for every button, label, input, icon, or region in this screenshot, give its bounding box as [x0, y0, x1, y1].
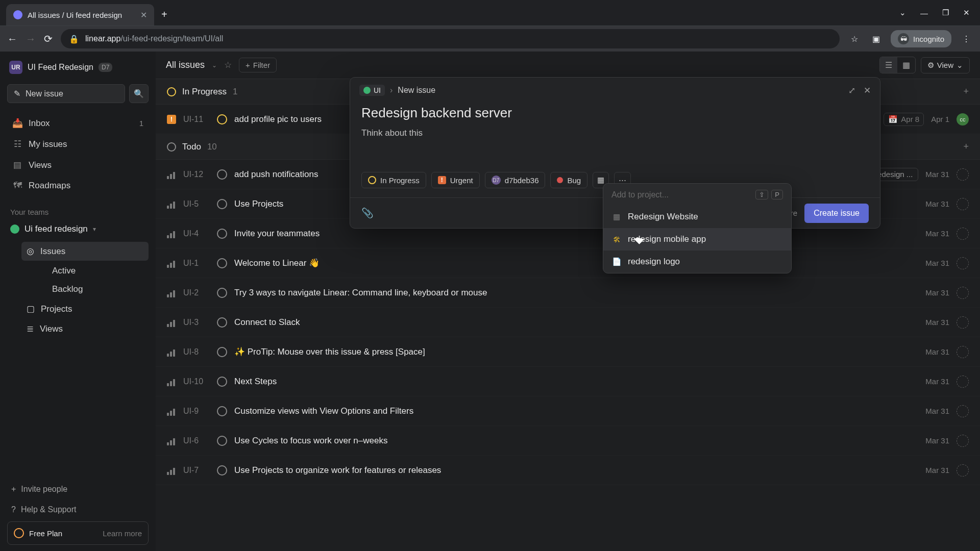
priority-icon[interactable] — [167, 436, 176, 445]
priority-icon[interactable] — [167, 170, 176, 179]
assignee-avatar[interactable] — [957, 198, 969, 210]
priority-icon[interactable] — [167, 318, 176, 327]
attachment-icon[interactable]: 📎 — [361, 207, 374, 219]
favorite-star-icon[interactable]: ☆ — [224, 60, 232, 70]
status-icon[interactable] — [217, 406, 227, 416]
assignee-avatar[interactable] — [957, 168, 969, 181]
assignee-avatar[interactable] — [957, 228, 969, 240]
bookmark-star-icon[interactable]: ☆ — [848, 32, 861, 45]
add-issue-icon[interactable]: + — [963, 141, 969, 152]
issue-row[interactable]: UI-6 Use Cycles to focus work over n–wee… — [156, 426, 980, 456]
assignee-avatar[interactable] — [957, 405, 969, 417]
status-icon[interactable] — [217, 258, 227, 268]
assignee-avatar[interactable] — [957, 375, 969, 388]
issue-title-input[interactable]: Redesign backend server — [361, 105, 869, 121]
sidebar-item-my-issues[interactable]: ☷ My issues — [7, 134, 149, 154]
close-icon[interactable]: ✕ — [864, 85, 871, 96]
priority-pill[interactable]: !Urgent — [431, 172, 480, 188]
chevron-down-icon[interactable]: ⌄ — [899, 8, 906, 17]
assignee-avatar[interactable] — [957, 464, 969, 477]
window-close-icon[interactable]: ✕ — [963, 8, 970, 17]
priority-icon[interactable] — [167, 347, 176, 357]
status-icon[interactable] — [217, 114, 227, 124]
learn-more-link[interactable]: Learn more — [103, 529, 142, 538]
create-issue-button[interactable]: Create issue — [804, 204, 869, 223]
window-minimize-icon[interactable]: ― — [920, 9, 928, 17]
status-icon[interactable] — [217, 317, 227, 328]
sidebar-item-team-views[interactable]: ≣ Views — [21, 319, 149, 338]
issue-row[interactable]: UI-3 Connect to Slack Mar 31 — [156, 308, 980, 337]
status-icon[interactable] — [217, 465, 227, 475]
dropdown-item-redesign-logo[interactable]: 📄 redesign logo — [603, 251, 791, 273]
priority-icon[interactable] — [167, 229, 176, 238]
priority-urgent-icon[interactable]: ! — [167, 115, 176, 124]
status-icon[interactable] — [217, 199, 227, 209]
workspace-switcher[interactable]: UR UI Feed Redesign D7 — [7, 58, 149, 77]
status-icon[interactable] — [217, 169, 227, 180]
board-view-icon[interactable]: ▦ — [897, 57, 915, 73]
plan-box[interactable]: Free Plan Learn more — [7, 521, 149, 545]
assignee-avatar[interactable] — [957, 316, 969, 329]
dropdown-item-redesign-website[interactable]: ▦ Redesign Website — [603, 206, 791, 228]
assignee-avatar[interactable] — [957, 435, 969, 447]
title-caret-icon[interactable]: ⌄ — [212, 62, 217, 69]
filter-button[interactable]: + Filter — [239, 58, 277, 72]
back-icon[interactable]: ← — [7, 33, 17, 45]
priority-icon[interactable] — [167, 407, 176, 416]
tab-close-icon[interactable]: ✕ — [140, 10, 147, 20]
add-issue-icon[interactable]: + — [963, 86, 969, 97]
priority-icon[interactable] — [167, 259, 176, 268]
url-bar[interactable]: 🔒 linear.app/ui-feed-redesign/team/UI/al… — [61, 29, 840, 48]
view-options-button[interactable]: ⚙ View ⌄ — [921, 57, 970, 73]
assignee-avatar[interactable] — [957, 287, 969, 299]
invite-people[interactable]: + Invite people — [7, 481, 149, 498]
assignee-avatar[interactable] — [957, 257, 969, 269]
kebab-menu-icon[interactable]: ⋮ — [960, 32, 973, 45]
issue-description-input[interactable]: Think about this — [361, 128, 869, 138]
status-icon[interactable] — [217, 347, 227, 357]
sidebar-item-backlog[interactable]: Backlog — [47, 280, 149, 298]
assignee-avatar[interactable]: cc — [957, 113, 969, 126]
sidebar-item-views[interactable]: ▤ Views — [7, 155, 149, 175]
priority-icon[interactable] — [167, 377, 176, 386]
page-title[interactable]: All issues — [166, 60, 205, 70]
sidebar-item-inbox[interactable]: 📥 Inbox 1 — [7, 113, 149, 133]
sidebar-item-roadmaps[interactable]: 🗺 Roadmaps — [7, 176, 149, 195]
issue-row[interactable]: UI-7 Use Projects to organize work for f… — [156, 456, 980, 485]
search-button[interactable]: 🔍 — [129, 84, 149, 103]
sidebar-item-active[interactable]: Active — [47, 262, 149, 280]
status-icon[interactable] — [217, 377, 227, 387]
sidebar-item-projects[interactable]: ▢ Projects — [21, 299, 149, 318]
status-icon[interactable] — [217, 229, 227, 239]
modal-team-chip[interactable]: UI — [359, 85, 385, 96]
new-tab-button[interactable]: + — [161, 9, 167, 20]
priority-icon[interactable] — [167, 288, 176, 297]
issue-row[interactable]: UI-9 Customize views with View Options a… — [156, 396, 980, 426]
extensions-icon[interactable]: ▣ — [869, 32, 883, 45]
reload-icon[interactable]: ⟳ — [44, 33, 53, 45]
issue-row[interactable]: UI-10 Next Steps Mar 31 — [156, 367, 980, 396]
label-pill[interactable]: Bug — [550, 172, 587, 188]
dropdown-item-redesign-mobile-app[interactable]: 🛠 redesign mobile app — [603, 228, 791, 251]
forward-icon[interactable]: → — [26, 33, 36, 45]
status-icon[interactable] — [217, 436, 227, 446]
assignee-avatar[interactable] — [957, 346, 969, 358]
issue-row[interactable]: UI-1 Welcome to Linear 👋 Mar 31 — [156, 248, 980, 278]
help-support[interactable]: ? Help & Support — [7, 501, 149, 518]
issue-due-date[interactable]: 📅Apr 8 — [884, 113, 924, 126]
priority-icon[interactable] — [167, 199, 176, 209]
assignee-pill[interactable]: D7d7bdeb36 — [485, 172, 546, 188]
issue-row[interactable]: UI-8 ✨ ProTip: Mouse over this issue & p… — [156, 337, 980, 367]
incognito-badge[interactable]: 🕶 Incognito — [891, 30, 951, 47]
issue-row[interactable]: UI-2 Try 3 ways to navigate Linear: Comm… — [156, 278, 980, 308]
new-issue-button[interactable]: ✎ New issue — [7, 84, 125, 103]
status-pill[interactable]: In Progress — [361, 172, 426, 188]
priority-icon[interactable] — [167, 466, 176, 475]
expand-icon[interactable]: ⤢ — [848, 85, 855, 96]
sidebar-item-issues[interactable]: ◎ Issues — [21, 242, 149, 261]
status-icon[interactable] — [217, 288, 227, 298]
team-row[interactable]: Ui feed redesign ▾ — [7, 219, 149, 239]
window-maximize-icon[interactable]: ❐ — [942, 8, 949, 17]
list-view-icon[interactable]: ☰ — [880, 57, 897, 73]
browser-tab[interactable]: All issues / Ui feed redesign ✕ — [6, 4, 154, 26]
